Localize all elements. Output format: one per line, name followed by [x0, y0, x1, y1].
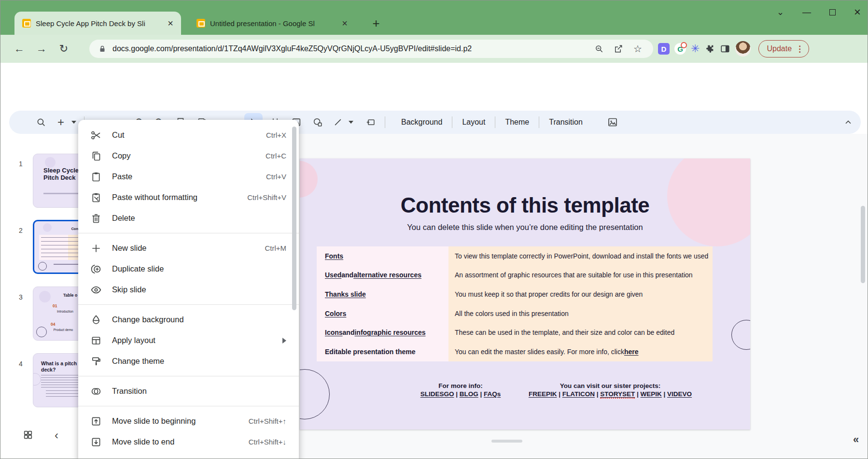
theme-button[interactable]: Theme [495, 118, 539, 127]
table-row-left[interactable]: Colors [317, 304, 448, 323]
tab-close-icon[interactable]: × [341, 18, 349, 29]
forward-icon[interactable]: → [30, 43, 53, 55]
slide-number: 2 [19, 227, 23, 234]
table-text: Fonts [325, 252, 343, 260]
background-button[interactable]: Background [392, 118, 452, 127]
table-text: You can edit the master slides easily. F… [455, 348, 624, 356]
table-row-right[interactable]: You can edit the master slides easily. F… [448, 342, 713, 361]
vertical-scrollbar[interactable] [861, 206, 865, 283]
collapse-toolbar-icon[interactable] [839, 111, 858, 134]
address-bar[interactable]: docs.google.com/presentation/d/1TZq4AWgi… [89, 40, 653, 58]
footer-link-storyset[interactable]: STORYSET [600, 390, 635, 399]
context-item-apply-layout[interactable]: Apply layout [78, 330, 299, 351]
context-item-change-theme[interactable]: Change theme [78, 351, 299, 372]
new-slide-icon [90, 243, 102, 254]
browser-window: Sleep Cycle App Pitch Deck by Sli×Untitl… [0, 0, 868, 459]
footer-link-blog[interactable]: BLOG [460, 390, 478, 398]
footer-link-freepik[interactable]: FREEPIK [529, 390, 557, 398]
context-item-change-background[interactable]: Change background [78, 309, 299, 330]
extension-d-icon[interactable]: D [658, 43, 670, 55]
extension-g-icon[interactable]: G [674, 43, 686, 55]
textbox-tool-icon[interactable] [362, 111, 380, 134]
footer-link-videvo[interactable]: VIDEVO [667, 390, 692, 398]
delete-icon [90, 213, 102, 224]
maximize-button[interactable] [829, 9, 836, 15]
move-end-icon [90, 436, 102, 448]
context-item-delete[interactable]: Delete [78, 208, 299, 229]
table-row-right[interactable]: To view this template correctly in Power… [448, 246, 713, 266]
footer-link-flaticon[interactable]: FLATICON [562, 390, 595, 398]
table-row-left[interactable]: Editable presentation theme [317, 342, 448, 361]
insert-image-icon[interactable] [603, 111, 622, 134]
add-slide-dropdown-icon[interactable] [69, 111, 79, 134]
share-page-icon[interactable] [609, 44, 628, 54]
tab-strip: Sleep Cycle App Pitch Deck by Sli×Untitl… [14, 12, 363, 35]
table-row-right[interactable]: All the colors used in this presentation [448, 304, 713, 323]
context-item-skip-slide[interactable]: Skip slide [78, 279, 299, 300]
context-item-shortcut: Ctrl+Shift+↓ [249, 438, 286, 446]
line-dropdown-icon[interactable] [346, 111, 356, 134]
side-chevrons-icon[interactable]: « [853, 433, 859, 446]
reload-icon[interactable]: ↻ [53, 43, 75, 55]
shape-tool-icon[interactable] [308, 111, 327, 134]
url-text[interactable]: docs.google.com/presentation/d/1TZq4AWgi… [112, 44, 589, 53]
update-chip[interactable]: Update ⋮ [758, 40, 809, 57]
close-button[interactable]: × [854, 5, 861, 19]
slides-favicon-icon [196, 19, 205, 28]
layout-button[interactable]: Layout [452, 118, 495, 127]
context-item-paste[interactable]: PasteCtrl+V [78, 166, 299, 187]
current-slide[interactable]: Contents of this template You can delete… [300, 158, 750, 430]
context-item-move-slide-to-end[interactable]: Move slide to endCtrl+Shift+↓ [78, 431, 299, 452]
collapse-filmstrip-icon[interactable]: ‹ [55, 429, 58, 442]
table-row-left[interactable]: Used and alternative resources [317, 266, 448, 285]
table-row-right[interactable]: These can be used in the template, and t… [448, 323, 713, 343]
browser-tab-2[interactable]: Untitled presentation - Google Sl× [189, 12, 355, 35]
table-row-left[interactable]: Icons and infographic resources [317, 323, 448, 343]
footer-link-faqs[interactable]: FAQs [484, 390, 501, 398]
table-text: An assortment of graphic resources that … [455, 271, 693, 279]
tab-search-chevron-icon[interactable]: ⌄ [777, 7, 784, 17]
table-row-right[interactable]: An assortment of graphic resources that … [448, 266, 713, 285]
context-item-transition[interactable]: Transition [78, 381, 299, 402]
grid-view-icon[interactable] [23, 430, 33, 440]
footer-info-heading: For more info: [405, 382, 516, 389]
new-tab-button[interactable]: + [368, 16, 384, 31]
browser-menu-dots-icon[interactable]: ⋮ [796, 44, 804, 54]
add-slide-button[interactable]: + [54, 111, 68, 134]
minimize-button[interactable]: — [802, 7, 811, 17]
tab-close-icon[interactable]: × [167, 18, 174, 29]
footer-link-slidesgo[interactable]: SLIDESGO [420, 390, 454, 398]
extension-asterisk-icon[interactable]: ✳ [691, 43, 700, 55]
context-item-copy[interactable]: CopyCtrl+C [78, 145, 299, 166]
context-item-label: New slide [112, 244, 265, 253]
slide-title[interactable]: Contents of this template [300, 193, 750, 217]
slide-subtitle[interactable]: You can delete this slide when you’re do… [300, 223, 750, 232]
table-left-column[interactable]: FontsUsed and alternative resourcesThank… [317, 246, 448, 361]
back-icon[interactable]: ← [8, 43, 30, 55]
side-panel-icon[interactable] [720, 43, 730, 54]
line-tool-icon[interactable] [330, 111, 346, 134]
context-item-move-slide-to-beginning[interactable]: Move slide to beginningCtrl+Shift+↑ [78, 411, 299, 431]
zoom-tool-icon[interactable] [31, 111, 51, 134]
context-item-cut[interactable]: CutCtrl+X [78, 125, 299, 145]
browser-avatar[interactable] [735, 41, 751, 57]
transition-button[interactable]: Transition [539, 118, 592, 127]
link-separator: | [635, 390, 640, 398]
footer-link-wepik[interactable]: WEPIK [641, 390, 662, 398]
context-item-new-slide[interactable]: New slideCtrl+M [78, 238, 299, 258]
browser-tab-1[interactable]: Sleep Cycle App Pitch Deck by Sli× [14, 12, 181, 35]
table-row-left[interactable]: Thanks slide [317, 285, 448, 304]
bookmark-star-icon[interactable]: ☆ [628, 43, 647, 55]
zoom-out-icon[interactable] [589, 44, 609, 54]
context-item-shortcut: Ctrl+Shift+V [247, 193, 286, 201]
context-menu-scrollbar[interactable] [292, 127, 296, 310]
context-item-shortcut: Ctrl+C [266, 152, 286, 160]
table-right-column[interactable]: To view this template correctly in Power… [448, 246, 713, 361]
context-item-duplicate-slide[interactable]: Duplicate slide [78, 258, 299, 279]
table-row-left[interactable]: Fonts [317, 246, 448, 266]
table-row-right[interactable]: You must keep it so that proper credits … [448, 285, 713, 304]
speaker-notes-handle[interactable] [491, 440, 522, 443]
contents-table[interactable]: FontsUsed and alternative resourcesThank… [317, 246, 713, 361]
extensions-puzzle-icon[interactable] [704, 43, 715, 54]
context-item-paste-without-formatting[interactable]: Paste without formattingCtrl+Shift+V [78, 187, 299, 208]
